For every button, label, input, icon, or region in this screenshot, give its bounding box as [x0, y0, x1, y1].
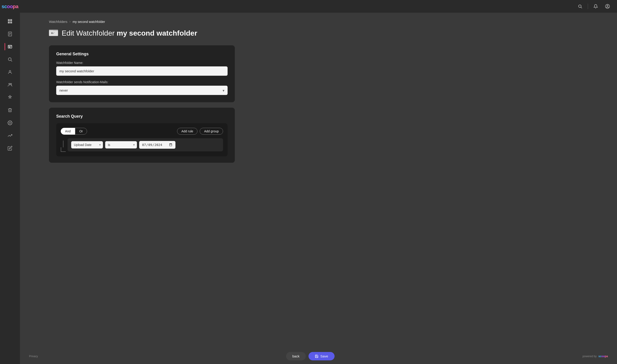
save-button-label: Save — [320, 354, 328, 358]
save-icon — [315, 354, 319, 358]
rule-field-wrapper: Upload Date Title Tags Type — [71, 141, 103, 148]
rule-operator-select[interactable]: is is not before after — [105, 141, 137, 148]
sidebar-item-magic[interactable] — [4, 92, 15, 103]
notifications-select[interactable]: never on new results daily weekly — [56, 86, 228, 95]
svg-point-9 — [9, 47, 10, 48]
svg-rect-2 — [8, 22, 10, 23]
sidebar: scoopa — [0, 0, 20, 364]
rule-operator-wrapper: is is not before after — [105, 141, 137, 148]
rule-date-input[interactable] — [139, 141, 175, 149]
page-title-container: Edit Watchfolder my second watchfolder — [49, 28, 608, 38]
sidebar-item-trash[interactable] — [4, 105, 15, 116]
add-rule-button[interactable]: Add rule — [177, 128, 197, 135]
breadcrumb-separator: > — [69, 20, 71, 23]
powered-by-label: powered by — [583, 355, 597, 358]
query-builder: And Or Add rule Add group — [56, 123, 228, 156]
powered-by-brand: scoopa — [598, 355, 608, 358]
search-query-card: Search Query And Or Add rule Add group — [49, 108, 235, 163]
sidebar-item-dashboard[interactable] — [4, 16, 15, 27]
svg-rect-3 — [10, 22, 12, 23]
svg-rect-1 — [10, 19, 12, 21]
save-button[interactable]: Save — [308, 352, 334, 360]
notification-icon[interactable] — [591, 2, 600, 11]
watchfolder-name-input[interactable] — [56, 66, 228, 76]
search-query-title: Search Query — [56, 114, 228, 119]
watchfolder-icon — [49, 28, 58, 38]
rule-field-select[interactable]: Upload Date Title Tags Type — [71, 141, 103, 148]
notifications-label: Watchfolder sends Notification-Mails: — [56, 80, 228, 84]
general-settings-title: General Settings — [56, 52, 228, 56]
sidebar-item-search[interactable] — [4, 54, 15, 65]
sidebar-item-documents[interactable] — [4, 28, 15, 39]
page-title: Edit Watchfolder my second watchfolder — [62, 29, 197, 37]
sidebar-item-edit[interactable] — [4, 143, 15, 154]
footer-actions: back Save — [38, 352, 583, 360]
main-content: Watchfolders > my second watchfolder Edi… — [40, 13, 617, 364]
general-settings-card: General Settings Watchfolder Name: Watch… — [49, 45, 235, 102]
sidebar-item-analytics[interactable] — [4, 130, 15, 141]
footer-privacy[interactable]: Privacy — [29, 355, 38, 358]
logo-text: scoopa — [1, 4, 18, 10]
svg-line-11 — [11, 60, 12, 61]
svg-point-19 — [607, 5, 608, 7]
sidebar-item-watchfolders[interactable] — [4, 41, 15, 52]
rule-container: Upload Date Title Tags Type is is not be… — [61, 138, 223, 152]
logo: scoopa — [0, 4, 21, 10]
user-avatar-icon[interactable] — [604, 2, 612, 11]
breadcrumb-parent-link[interactable]: Watchfolders — [49, 20, 67, 24]
sidebar-item-settings[interactable] — [4, 117, 15, 128]
svg-point-12 — [9, 70, 11, 72]
back-button[interactable]: back — [286, 352, 306, 360]
query-top-row: And Or Add rule Add group — [61, 128, 223, 135]
query-actions: Add rule Add group — [177, 128, 223, 135]
add-group-button[interactable]: Add group — [200, 128, 223, 135]
watchfolder-name-label: Watchfolder Name: — [56, 61, 228, 65]
footer: Privacy back Save powered by scoopa — [20, 348, 617, 364]
rule-tree-vertical-line — [63, 141, 64, 147]
breadcrumb: Watchfolders > my second watchfolder — [49, 20, 608, 24]
svg-point-10 — [8, 58, 11, 61]
sidebar-item-users[interactable] — [4, 67, 15, 78]
search-icon[interactable] — [576, 2, 584, 11]
breadcrumb-current: my second watchfolder — [73, 20, 105, 24]
svg-point-15 — [9, 122, 11, 124]
sidebar-item-groups[interactable] — [4, 79, 15, 90]
rule-row: Upload Date Title Tags Type is is not be… — [67, 138, 223, 151]
svg-rect-8 — [8, 45, 12, 48]
notifications-select-wrapper: never on new results daily weekly — [56, 86, 228, 95]
svg-rect-0 — [8, 19, 10, 21]
footer-powered: powered by scoopa — [583, 355, 608, 358]
topbar-divider — [588, 4, 588, 9]
rule-tree-vertical-line-2 — [61, 147, 61, 152]
rule-tree — [61, 141, 66, 152]
query-logic-group: And Or — [61, 128, 87, 135]
svg-point-16 — [578, 5, 581, 7]
rule-tree-horizontal-line — [61, 151, 66, 152]
svg-line-17 — [581, 7, 582, 8]
svg-point-21 — [51, 32, 53, 34]
logic-and-button[interactable]: And — [61, 128, 75, 135]
topbar — [20, 0, 617, 13]
logic-or-button[interactable]: Or — [75, 128, 87, 135]
